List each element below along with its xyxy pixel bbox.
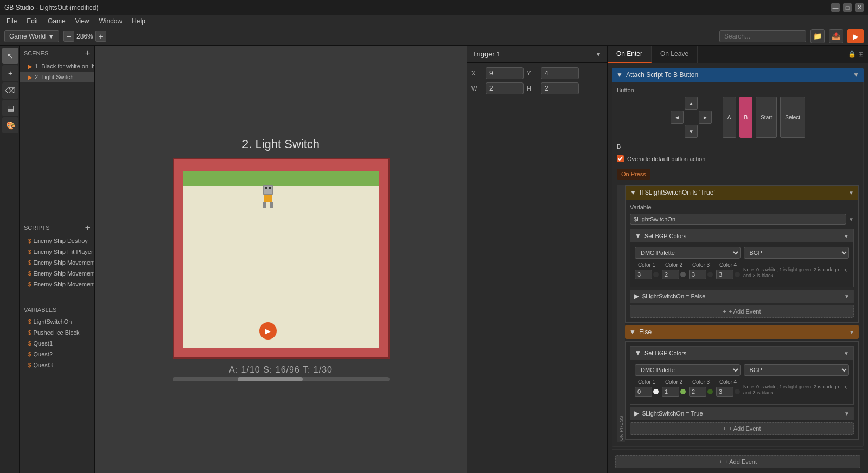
override-checkbox-row: Override default button action <box>617 155 859 162</box>
world-dropdown[interactable]: Game World ▼ <box>4 30 59 42</box>
y-input[interactable] <box>541 67 579 79</box>
color3-num-if[interactable] <box>689 270 706 279</box>
tools-column: ↖ + ⌫ ▦ 🎨 <box>0 46 20 473</box>
menu-view[interactable]: View <box>71 16 94 26</box>
set-bgp-if-header[interactable]: ▼ Set BGP Colors ▼ <box>630 229 853 242</box>
variable-item-1[interactable]: $ LightSwitchOn <box>20 316 94 327</box>
dpad-down-button[interactable]: ▼ <box>685 125 698 138</box>
zoom-out-button[interactable]: − <box>63 31 74 42</box>
override-checkbox[interactable] <box>617 155 624 162</box>
menu-edit[interactable]: Edit <box>22 16 42 26</box>
play-button[interactable]: ▶ <box>847 29 864 43</box>
script-item-3[interactable]: $ Enemy Ship Movement Diag... <box>20 257 94 268</box>
script-item-1[interactable]: $ Enemy Ship Destroy <box>20 235 94 246</box>
color3-num-else[interactable] <box>689 387 706 397</box>
minimize-button[interactable]: — <box>831 3 840 12</box>
variables-list: $ LightSwitchOn $ Pushed Ice Block $ Que… <box>20 316 94 473</box>
folder-icon-button[interactable]: 📁 <box>810 29 825 43</box>
dpad-up-button[interactable]: ▲ <box>685 97 698 110</box>
export-icon-button[interactable]: 📤 <box>829 29 843 43</box>
attach-block-header[interactable]: ▼ Attach Script To B Button ▼ <box>612 68 864 82</box>
color3-col-else: Color 3 <box>689 379 713 397</box>
menu-help[interactable]: Help <box>127 16 150 26</box>
palette-tool[interactable]: 🎨 <box>2 117 18 133</box>
tab-on-leave[interactable]: On Leave <box>652 46 698 63</box>
scenes-section-header[interactable]: SCENES + <box>20 46 94 61</box>
bgp-select-if[interactable]: BGP <box>744 247 850 259</box>
color2-num-if[interactable] <box>662 270 679 279</box>
add-event-btn-else[interactable]: + + Add Event <box>630 422 854 435</box>
select-tool[interactable]: ↖ <box>2 48 18 64</box>
canvas-scrollbar[interactable] <box>173 377 390 381</box>
variables-section-header[interactable]: VARIABLES <box>20 303 94 316</box>
dpad-right-button[interactable]: ► <box>699 111 712 124</box>
script-item-2[interactable]: $ Enemy Ship Hit Player <box>20 246 94 257</box>
variable-item-3[interactable]: $ Quest1 <box>20 338 94 349</box>
select-button[interactable]: Select <box>780 97 805 138</box>
sidebar-item-scene2[interactable]: ▶ 2. Light Switch <box>20 72 94 82</box>
add-scene-button[interactable]: + <box>85 49 90 57</box>
attach-dropdown-icon[interactable]: ▼ <box>853 71 859 79</box>
script-item-5[interactable]: $ Enemy Ship Movement Diag... <box>20 279 94 290</box>
bgp-select-else[interactable]: BGP <box>744 364 850 376</box>
set-bgp-else-title: Set BGP Colors <box>644 350 840 356</box>
zoom-in-button[interactable]: + <box>95 31 106 42</box>
if-block-header[interactable]: ▼ If $LightSwitchOn Is 'True' ▼ <box>626 186 858 200</box>
x-input[interactable] <box>486 67 524 79</box>
variable-select-arrow[interactable]: ▼ <box>848 216 854 222</box>
menu-file[interactable]: File <box>2 16 21 26</box>
switch-true-dropdown[interactable]: ▼ <box>844 411 850 417</box>
color2-num-else[interactable] <box>662 387 679 397</box>
scripts-section-header[interactable]: SCRIPTS + <box>20 220 94 235</box>
b-button[interactable]: B <box>739 97 753 138</box>
dpad-left-button[interactable]: ◄ <box>671 111 684 124</box>
eraser-tool[interactable]: ⌫ <box>2 82 18 99</box>
color1-num-if[interactable] <box>635 270 652 279</box>
switch-true-header[interactable]: ▶ $LightSwitchOn = True ▼ <box>630 407 854 420</box>
menu-game[interactable]: Game <box>43 16 70 26</box>
color1-num-else[interactable] <box>635 387 652 397</box>
search-input[interactable] <box>719 30 806 42</box>
trigger-dropdown-icon[interactable]: ▼ <box>595 50 602 58</box>
a-button[interactable]: A <box>723 97 736 138</box>
switch-false-dropdown[interactable]: ▼ <box>844 293 850 299</box>
else-dropdown-icon[interactable]: ▼ <box>849 329 854 335</box>
variable-item-4[interactable]: $ Quest2 <box>20 349 94 360</box>
add-tool[interactable]: + <box>2 65 18 81</box>
close-button[interactable]: ✕ <box>855 3 864 12</box>
variable-item-5[interactable]: $ Quest3 <box>20 360 94 370</box>
if-dropdown-icon[interactable]: ▼ <box>848 190 854 196</box>
color4-num-if[interactable] <box>716 270 733 279</box>
menu-window[interactable]: Window <box>95 16 127 26</box>
add-script-button[interactable]: + <box>85 223 90 232</box>
color-note-if: Note: 0 is white, 1 is light green, 2 is… <box>743 267 849 279</box>
dpad-empty-3 <box>671 125 684 138</box>
variable-item-2[interactable]: $ Pushed Ice Block <box>20 327 94 338</box>
fill-tool[interactable]: ▦ <box>2 100 18 116</box>
add-event-bottom-btn[interactable]: + + Add Event <box>615 455 860 468</box>
h-input[interactable] <box>541 82 579 94</box>
color4-num-else[interactable] <box>716 387 733 397</box>
zoom-value: 286% <box>76 33 93 40</box>
add-event-btn-if[interactable]: + + Add Event <box>630 305 854 318</box>
maximize-button[interactable]: □ <box>843 3 852 12</box>
color2-dot-if <box>680 272 686 277</box>
set-bgp-else-header[interactable]: ▼ Set BGP Colors ▼ <box>630 347 853 360</box>
y-label: Y <box>527 70 538 76</box>
sidebar-item-scene1[interactable]: ▶ 1. Black for white on INIT <box>20 61 94 72</box>
start-button[interactable]: Start <box>756 97 777 138</box>
palette-select-else[interactable]: DMG Palette <box>635 364 741 376</box>
script-item-4[interactable]: $ Enemy Ship Movement Diag... <box>20 268 94 279</box>
set-bgp-dropdown-icon[interactable]: ▼ <box>844 233 849 239</box>
else-header[interactable]: ▼ Else ▼ <box>625 325 859 339</box>
palette-select-if[interactable]: DMG Palette <box>635 247 741 259</box>
svg-rect-3 <box>269 187 271 189</box>
lock-icon[interactable]: 🔒 <box>848 50 856 58</box>
game-canvas[interactable]: ▶ <box>173 158 390 359</box>
set-bgp-else-dropdown[interactable]: ▼ <box>844 350 849 356</box>
w-input[interactable] <box>486 82 524 94</box>
expand-icon[interactable]: ⊞ <box>858 50 864 58</box>
switch-false-header[interactable]: ▶ $LightSwitchOn = False ▼ <box>630 290 854 303</box>
variable-select[interactable]: $LightSwitchOn <box>630 214 846 225</box>
tab-on-enter[interactable]: On Enter <box>608 46 652 63</box>
